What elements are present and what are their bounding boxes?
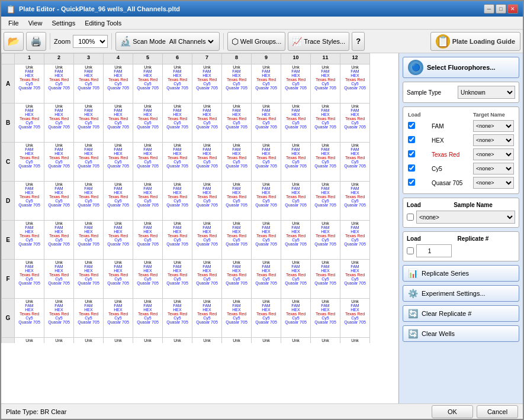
texas-red-target-select[interactable]: <none> [473, 148, 514, 160]
cell-content-C11[interactable]: Unk FAM HEX Texas Red Cy5 Quasar 705 [311, 143, 340, 181]
cell-content-B2[interactable]: Unk FAM HEX Texas Red Cy5 Quasar 705 [44, 104, 73, 142]
cell-G3[interactable]: Unk FAM HEX Texas Red Cy5 Quasar 705 [74, 299, 104, 338]
clear-replicate-button[interactable]: 🔄 Clear Replicate # [403, 305, 519, 322]
cell-content-G10[interactable]: Unk FAM HEX Texas Red Cy5 Quasar 705 [281, 299, 310, 337]
cell-D10[interactable]: Unk FAM HEX Texas Red Cy5 Quasar 705 [281, 182, 311, 221]
cell-B5[interactable]: Unk FAM HEX Texas Red Cy5 Quasar 705 [133, 104, 163, 143]
ok-button[interactable]: OK [432, 405, 473, 418]
cell-content-H2[interactable]: Unk FAM HEX Texas Red Cy5 Quasar 705 [44, 338, 73, 343]
cell-content-A7[interactable]: Unk FAM HEX Texas Red Cy5 Quasar 705 [192, 64, 221, 103]
cy5-target-select[interactable]: <none> [473, 163, 514, 175]
cell-D12[interactable]: Unk FAM HEX Texas Red Cy5 Quasar 705 [340, 182, 370, 221]
cell-E4[interactable]: Unk FAM HEX Texas Red Cy5 Quasar 705 [104, 221, 133, 260]
cell-E10[interactable]: Unk FAM HEX Texas Red Cy5 Quasar 705 [281, 221, 311, 260]
cell-content-F1[interactable]: Unk FAM HEX Texas Red Cy5 Quasar 705 [15, 260, 44, 298]
cell-content-D2[interactable]: Unk FAM HEX Texas Red Cy5 Quasar 705 [44, 182, 73, 220]
row-header-G[interactable]: G [2, 299, 15, 338]
cell-F8[interactable]: Unk FAM HEX Texas Red Cy5 Quasar 705 [222, 260, 252, 299]
cell-B6[interactable]: Unk FAM HEX Texas Red Cy5 Quasar 705 [163, 104, 192, 143]
cell-content-E11[interactable]: Unk FAM HEX Texas Red Cy5 Quasar 705 [311, 221, 340, 259]
col-header-5[interactable]: 5 [133, 54, 163, 64]
cell-H1[interactable]: Unk FAM HEX Texas Red Cy5 Quasar 705 [15, 338, 44, 344]
cell-content-F12[interactable]: Unk FAM HEX Texas Red Cy5 Quasar 705 [340, 260, 369, 298]
cell-G7[interactable]: Unk FAM HEX Texas Red Cy5 Quasar 705 [192, 299, 222, 338]
cell-E7[interactable]: Unk FAM HEX Texas Red Cy5 Quasar 705 [192, 221, 222, 260]
cell-G8[interactable]: Unk FAM HEX Texas Red Cy5 Quasar 705 [222, 299, 252, 338]
row-header-E[interactable]: E [2, 221, 15, 260]
cell-content-F2[interactable]: Unk FAM HEX Texas Red Cy5 Quasar 705 [44, 260, 73, 298]
cell-content-E12[interactable]: Unk FAM HEX Texas Red Cy5 Quasar 705 [340, 221, 369, 259]
col-header-2[interactable]: 2 [44, 54, 74, 64]
cell-G5[interactable]: Unk FAM HEX Texas Red Cy5 Quasar 705 [133, 299, 163, 338]
well-groups-button[interactable]: ⬡ Well Groups... [227, 32, 286, 51]
cell-C6[interactable]: Unk FAM HEX Texas Red Cy5 Quasar 705 [163, 143, 192, 182]
col-header-6[interactable]: 6 [163, 54, 192, 64]
scan-mode-select[interactable]: All Channels FAM HEX [167, 37, 216, 46]
row-header-H[interactable]: H [2, 338, 15, 344]
cell-content-G11[interactable]: Unk FAM HEX Texas Red Cy5 Quasar 705 [311, 299, 340, 337]
cell-content-G1[interactable]: Unk FAM HEX Texas Red Cy5 Quasar 705 [15, 299, 44, 337]
row-header-D[interactable]: D [2, 182, 15, 221]
cell-F4[interactable]: Unk FAM HEX Texas Red Cy5 Quasar 705 [104, 260, 133, 299]
cell-D8[interactable]: Unk FAM HEX Texas Red Cy5 Quasar 705 [222, 182, 252, 221]
cell-B4[interactable]: Unk FAM HEX Texas Red Cy5 Quasar 705 [104, 104, 133, 143]
close-button[interactable]: ✕ [507, 4, 518, 14]
cell-content-A1[interactable]: Unk FAM HEX Texas Red Cy5 Quasar 705 [15, 64, 44, 103]
cell-F10[interactable]: Unk FAM HEX Texas Red Cy5 Quasar 705 [281, 260, 311, 299]
cell-D6[interactable]: Unk FAM HEX Texas Red Cy5 Quasar 705 [163, 182, 192, 221]
replicate-input[interactable] [416, 244, 452, 257]
menu-view[interactable]: View [24, 18, 47, 28]
cell-C2[interactable]: Unk FAM HEX Texas Red Cy5 Quasar 705 [44, 143, 74, 182]
cell-D7[interactable]: Unk FAM HEX Texas Red Cy5 Quasar 705 [192, 182, 222, 221]
cell-content-B11[interactable]: Unk FAM HEX Texas Red Cy5 Quasar 705 [311, 104, 340, 142]
cell-content-F5[interactable]: Unk FAM HEX Texas Red Cy5 Quasar 705 [133, 260, 162, 298]
cell-content-G8[interactable]: Unk FAM HEX Texas Red Cy5 Quasar 705 [222, 299, 251, 337]
cell-content-H12[interactable]: Unk FAM HEX Texas Red Cy5 Quasar 705 [340, 338, 369, 343]
cell-content-C7[interactable]: Unk FAM HEX Texas Red Cy5 Quasar 705 [192, 143, 221, 181]
cell-F9[interactable]: Unk FAM HEX Texas Red Cy5 Quasar 705 [252, 260, 281, 299]
cell-content-E7[interactable]: Unk FAM HEX Texas Red Cy5 Quasar 705 [192, 221, 221, 259]
cell-content-E9[interactable]: Unk FAM HEX Texas Red Cy5 Quasar 705 [252, 221, 281, 259]
texas-red-load-checkbox[interactable] [408, 150, 415, 157]
cell-content-A4[interactable]: Unk FAM HEX Texas Red Cy5 Quasar 705 [104, 64, 133, 103]
cell-C10[interactable]: Unk FAM HEX Texas Red Cy5 Quasar 705 [281, 143, 311, 182]
cell-D9[interactable]: Unk FAM HEX Texas Red Cy5 Quasar 705 [252, 182, 281, 221]
cell-E6[interactable]: Unk FAM HEX Texas Red Cy5 Quasar 705 [163, 221, 192, 260]
col-header-4[interactable]: 4 [104, 54, 133, 64]
cell-content-A6[interactable]: Unk FAM HEX Texas Red Cy5 Quasar 705 [163, 64, 192, 103]
replicate-load-checkbox[interactable] [407, 247, 414, 254]
cell-content-G2[interactable]: Unk FAM HEX Texas Red Cy5 Quasar 705 [44, 299, 73, 337]
fam-target-select[interactable]: <none> [473, 120, 514, 132]
cell-content-F9[interactable]: Unk FAM HEX Texas Red Cy5 Quasar 705 [252, 260, 281, 298]
cell-F7[interactable]: Unk FAM HEX Texas Red Cy5 Quasar 705 [192, 260, 222, 299]
cell-content-B9[interactable]: Unk FAM HEX Texas Red Cy5 Quasar 705 [252, 104, 281, 142]
cell-content-C10[interactable]: Unk FAM HEX Texas Red Cy5 Quasar 705 [281, 143, 310, 181]
cell-content-G12[interactable]: Unk FAM HEX Texas Red Cy5 Quasar 705 [340, 299, 369, 337]
cell-content-A2[interactable]: Unk FAM HEX Texas Red Cy5 Quasar 705 [44, 64, 73, 103]
row-header-C[interactable]: C [2, 143, 15, 182]
cell-content-B3[interactable]: Unk FAM HEX Texas Red Cy5 Quasar 705 [74, 104, 103, 142]
cell-content-C1[interactable]: Unk FAM HEX Texas Red Cy5 Quasar 705 [15, 143, 44, 181]
cell-F1[interactable]: Unk FAM HEX Texas Red Cy5 Quasar 705 [15, 260, 44, 299]
cell-G4[interactable]: Unk FAM HEX Texas Red Cy5 Quasar 705 [104, 299, 133, 338]
hex-target-select[interactable]: <none> [473, 134, 514, 146]
cell-G1[interactable]: Unk FAM HEX Texas Red Cy5 Quasar 705 [15, 299, 44, 338]
sample-name-load-checkbox[interactable] [407, 214, 414, 221]
cell-H9[interactable]: Unk FAM HEX Texas Red Cy5 Quasar 705 [252, 338, 281, 344]
select-fluorophores-button[interactable]: 🔵 Select Fluorophores... [403, 57, 519, 78]
trace-styles-button[interactable]: 📈 Trace Styles... [288, 32, 349, 51]
cell-content-G5[interactable]: Unk FAM HEX Texas Red Cy5 Quasar 705 [133, 299, 162, 337]
cell-content-A8[interactable]: Unk FAM HEX Texas Red Cy5 Quasar 705 [222, 64, 251, 103]
cell-content-E2[interactable]: Unk FAM HEX Texas Red Cy5 Quasar 705 [44, 221, 73, 259]
cell-B1[interactable]: Unk FAM HEX Texas Red Cy5 Quasar 705 [15, 104, 44, 143]
cell-content-E1[interactable]: Unk FAM HEX Texas Red Cy5 Quasar 705 [15, 221, 44, 259]
cell-content-D9[interactable]: Unk FAM HEX Texas Red Cy5 Quasar 705 [252, 182, 281, 220]
cell-content-B8[interactable]: Unk FAM HEX Texas Red Cy5 Quasar 705 [222, 104, 251, 142]
maximize-button[interactable]: □ [496, 4, 506, 14]
cell-H7[interactable]: Unk FAM HEX Texas Red Cy5 Quasar 705 [192, 338, 222, 344]
cell-content-D7[interactable]: Unk FAM HEX Texas Red Cy5 Quasar 705 [192, 182, 221, 220]
cell-content-H7[interactable]: Unk FAM HEX Texas Red Cy5 Quasar 705 [192, 338, 221, 343]
cell-C1[interactable]: Unk FAM HEX Texas Red Cy5 Quasar 705 [15, 143, 44, 182]
cell-content-B12[interactable]: Unk FAM HEX Texas Red Cy5 Quasar 705 [340, 104, 369, 142]
cell-content-D11[interactable]: Unk FAM HEX Texas Red Cy5 Quasar 705 [311, 182, 340, 220]
